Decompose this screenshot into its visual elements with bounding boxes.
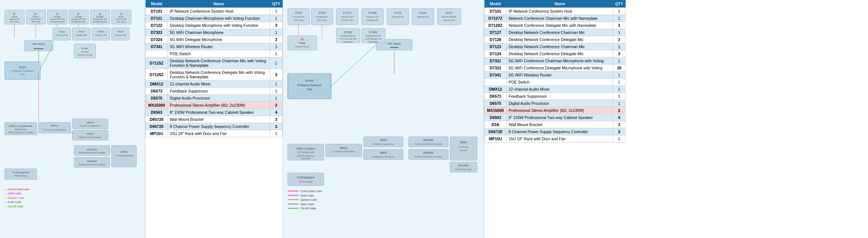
right-table-area: Model Name QTY D7101IP Network Conferenc… [484, 0, 626, 238]
right-table-qty-cell: 3 [613, 50, 626, 57]
svg-text:UHF Wireless Mic: UHF Wireless Mic [297, 151, 314, 153]
right-table-name-cell: POE Switch [507, 79, 613, 86]
svg-text:MX1500II: MX1500II [87, 148, 97, 151]
right-table-name-cell: 5G WiFi Wireless Router [507, 72, 613, 79]
svg-text:Wireless Mic: Wireless Mic [15, 128, 27, 131]
svg-text:Speaker Cable: Speaker Cable [301, 198, 317, 201]
right-table-row: MP15U15U 19" Rack with Door and Fan1 [484, 135, 626, 143]
svg-text:D7341: D7341 [299, 42, 306, 44]
svg-text:Desktop Network: Desktop Network [340, 35, 356, 37]
right-table-model-cell: D7128Z [484, 22, 507, 29]
svg-text:Delegate Mic: Delegate Mic [95, 34, 107, 37]
svg-text:🎤: 🎤 [34, 12, 37, 15]
right-table-model-cell: D6575 [484, 100, 507, 107]
svg-text:Cat-5/6 Cable: Cat-5/6 Cable [301, 207, 316, 210]
svg-text:MX1500II: MX1500II [423, 151, 433, 154]
left-table-qty-cell: 3 [270, 116, 283, 123]
right-table-row: D6575Digital Audio Processor1 [484, 100, 626, 107]
svg-text:Nameplate: Nameplate [343, 41, 353, 43]
svg-text:Professional Stereo Amplifier: Professional Stereo Amplifier [414, 143, 442, 145]
right-table-name-cell: Network Conference Delegate Mic with Nam… [507, 22, 613, 29]
right-table-name-cell: Feedback Suppressor [507, 93, 613, 100]
right-table-name-cell: 15U 19" Rack with Door and Fan [507, 135, 613, 143]
svg-text:Control Data Cable: Control Data Cable [301, 190, 322, 192]
svg-text:D7127: D7127 [118, 16, 124, 18]
svg-text:🎤: 🎤 [120, 12, 123, 15]
right-table-model-cell: DMX12 [484, 86, 507, 93]
svg-text:D7126Z: D7126Z [75, 16, 82, 18]
svg-text:Delegate Mic: Delegate Mic [417, 16, 429, 18]
right-table-name-cell: Wall Mount Bracket [507, 121, 613, 128]
right-table-model-cell: D7128 [484, 36, 507, 43]
svg-text:Voting&Nameplate: Voting&Nameplate [50, 21, 65, 23]
svg-text:D6575: D6575 [380, 151, 387, 154]
left-table: Model Name QTY D7101IP Network Conferenc… [145, 0, 283, 137]
right-table-model-cell: D7101 [484, 8, 507, 15]
svg-rect-159 [408, 150, 448, 160]
svg-text:D7127: D7127 [446, 12, 453, 14]
svg-text:12 Channel Audio Mixer: 12 Channel Audio Mixer [43, 129, 66, 131]
svg-text:■■■■■■■■: ■■■■■■■■ [34, 47, 43, 50]
svg-text:MX1500II: MX1500II [423, 139, 433, 141]
left-table-model-header: Model [146, 0, 168, 8]
left-table-qty-cell: 1 [270, 57, 283, 69]
left-table-model-cell: D7122 [146, 22, 168, 29]
svg-text:Chairman Mic: Chairman Mic [56, 34, 68, 37]
svg-text:Wireless Router: Wireless Router [77, 54, 93, 56]
left-table-row: D7122Desktop Delegate Microphone with Vo… [146, 22, 283, 29]
right-table-model-cell: D6573 [484, 93, 507, 100]
left-table-model-cell: D6563 [146, 109, 168, 116]
left-table-model-cell: D7323 [146, 29, 168, 36]
right-table-qty-cell: 1 [613, 57, 626, 65]
svg-text:To All Equipment: To All Equipment [297, 176, 315, 179]
right-table-qty-cell: 1 [613, 135, 626, 143]
left-table-area: Model Name QTY D7101IP Network Conferenc… [145, 0, 283, 238]
left-table-model-cell: D7125Z [146, 57, 168, 69]
right-table-row: D7127ZNetwork Conference Chairman Mic wi… [484, 15, 626, 22]
left-table-model-cell: D7324 [146, 36, 168, 43]
svg-text:D7128Z: D7128Z [96, 16, 104, 18]
svg-text:🎤: 🎤 [77, 12, 80, 15]
svg-text:Chairman Mic: Chairman Mic [392, 16, 404, 18]
svg-text:D7324: D7324 [98, 31, 105, 33]
svg-text:D7122: D7122 [12, 16, 18, 18]
svg-text:— Cat-5/6 Cable: — Cat-5/6 Cable [5, 205, 23, 208]
right-table-qty-cell: 30 [613, 65, 626, 72]
svg-rect-169 [288, 173, 324, 186]
svg-text:Host: Host [20, 73, 25, 75]
svg-text:🎤: 🎤 [99, 12, 102, 15]
svg-rect-153 [363, 150, 403, 160]
svg-rect-64 [39, 122, 71, 133]
right-table-model-cell: D7127 [484, 29, 507, 36]
left-table-row: D6572II8 Channel Power Supply Sequency C… [146, 123, 283, 130]
left-table-name-cell: 5G WiFi Chairman Microphone [168, 29, 270, 36]
svg-text:Delegate Mic: Delegate Mic [316, 16, 328, 18]
right-table-qty-cell: 4 [613, 114, 626, 121]
left-table-row: D7101IP Network Conference System Host1 [146, 8, 283, 15]
svg-text:Professional Stereo Amplifier: Professional Stereo Amplifier [78, 163, 106, 166]
svg-text:POE Switch: POE Switch [388, 43, 401, 45]
left-table-qty-cell: 1 [270, 81, 283, 88]
left-table-name-cell: Professional Stereo Amplifier (8Ω; 2x230… [168, 102, 270, 109]
right-table-name-cell: Professional Stereo Amplifier (8Ω; 2x230… [507, 107, 613, 114]
right-table-row: D7128Desktop Network Conference Delegate… [484, 36, 626, 43]
svg-text:Delegate Mic With: Delegate Mic With [71, 18, 86, 20]
left-table-qty-cell: 1 [270, 15, 283, 22]
right-table-name-cell: Desktop Network Conference Delegate Mic [507, 50, 613, 57]
left-diagram: 🎤 D7122 Delegate Mic With Voting 🎤 D7121… [0, 0, 145, 238]
right-table-row: D7124Desktop Network Conference Delegate… [484, 50, 626, 57]
svg-text:D6563: D6563 [121, 150, 128, 153]
svg-text:D7125Z: D7125Z [54, 16, 61, 18]
svg-text:12 Channel Audio Mixer: 12 Channel Audio Mixer [332, 150, 355, 153]
svg-text:Voting&Nameplate: Voting&Nameplate [71, 21, 86, 23]
left-table-name-cell: Feedback Suppressor [168, 88, 270, 95]
svg-text:Desktop Network: Desktop Network [442, 16, 457, 18]
svg-text:Delegate Mic With: Delegate Mic With [93, 18, 107, 20]
svg-text:D7324: D7324 [117, 31, 124, 33]
svg-text:— HDMI Cable: — HDMI Cable [5, 192, 22, 195]
svg-text:D6575: D6575 [87, 132, 94, 135]
svg-text:Delegate Mic: Delegate Mic [367, 19, 378, 21]
left-table-row: D65638" 150W Professional Two-way Cabine… [146, 109, 283, 116]
svg-text:D7324: D7324 [78, 31, 85, 33]
right-table-model-cell: D7341 [484, 72, 507, 79]
